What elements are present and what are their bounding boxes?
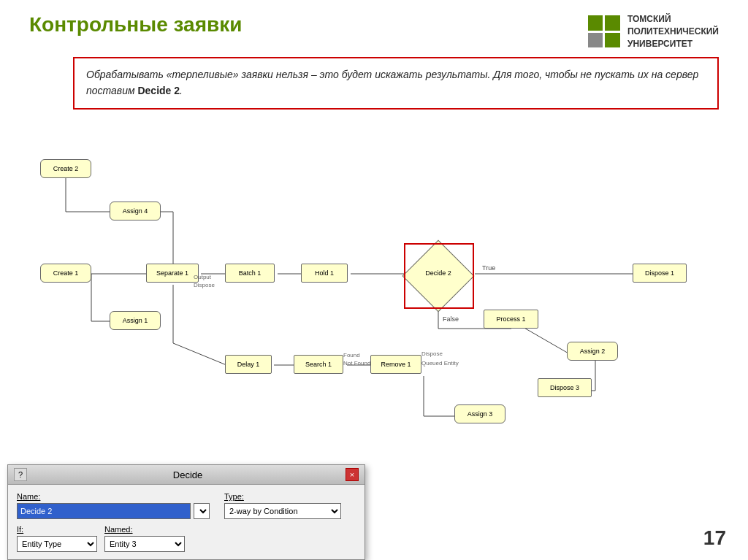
node-process1: Process 1 bbox=[484, 310, 538, 329]
node-hold1: Hold 1 bbox=[301, 264, 348, 283]
node-create1: Create 1 bbox=[40, 264, 91, 283]
notice-bold: Decide 2 bbox=[137, 85, 180, 96]
node-search1: Search 1 bbox=[294, 355, 343, 374]
dialog-title: Decide bbox=[30, 469, 346, 480]
dialog-help-button[interactable]: ? bbox=[14, 468, 27, 481]
svg-line-17 bbox=[173, 343, 226, 365]
svg-text:True: True bbox=[482, 264, 495, 272]
diagram-area: True False Create 2 Assign 4 Create 1 bbox=[0, 117, 748, 431]
node-assign1: Assign 1 bbox=[110, 311, 161, 330]
dialog-field-name: Name: bbox=[17, 492, 210, 519]
node-create2: Create 2 bbox=[40, 159, 91, 178]
page-title: Контрольные заявки bbox=[29, 13, 242, 37]
logo-area: ТОМСКИЙ ПОЛИТЕХНИЧЕСКИЙ УНИВЕРСИТЕТ bbox=[588, 13, 719, 50]
name-label: Name: bbox=[17, 492, 210, 501]
dialog-row-if-named: If: Entity Type Named: Entity 3 bbox=[17, 525, 356, 552]
node-assign3: Assign 3 bbox=[454, 404, 505, 423]
dialog-row-name-type: Name: Type: 2-way by Condition bbox=[17, 492, 356, 519]
named-label: Named: bbox=[104, 525, 185, 534]
name-dropdown[interactable] bbox=[194, 503, 210, 519]
logo-text: ТОМСКИЙ ПОЛИТЕХНИЧЕСКИЙ УНИВЕРСИТЕТ bbox=[627, 13, 719, 50]
logo-icon bbox=[588, 15, 620, 47]
dialog-titlebar: ? Decide × bbox=[8, 465, 365, 485]
node-assign4: Assign 4 bbox=[110, 202, 161, 220]
node-batch1: Batch 1 bbox=[225, 264, 275, 283]
if-label: If: bbox=[17, 525, 97, 534]
node-decide2-label: Decide 2 bbox=[408, 269, 468, 277]
type-select[interactable]: 2-way by Condition bbox=[224, 503, 341, 519]
node-delay1: Delay 1 bbox=[225, 355, 272, 374]
logo-sq-2 bbox=[605, 15, 620, 31]
notice-box: Обрабатывать «терпеливые» заявки нельзя … bbox=[73, 57, 719, 109]
remove-entity-label: Queued Entity bbox=[421, 360, 459, 367]
node-dispose3: Dispose 3 bbox=[538, 378, 592, 397]
decide-dialog: ? Decide × Name: Type: 2-way by Conditio… bbox=[7, 464, 365, 560]
logo-sq-1 bbox=[588, 15, 603, 31]
notice-text-after: . bbox=[180, 85, 183, 96]
separate-output-label: Output bbox=[194, 274, 211, 280]
svg-text:False: False bbox=[443, 315, 459, 323]
header: Контрольные заявки ТОМСКИЙ ПОЛИТЕХНИЧЕСК… bbox=[0, 0, 748, 57]
named-select[interactable]: Entity 3 bbox=[104, 536, 185, 552]
name-input[interactable] bbox=[17, 503, 191, 519]
node-separate1: Separate 1 bbox=[146, 264, 199, 283]
dialog-field-type: Type: 2-way by Condition bbox=[224, 492, 356, 519]
remove-output-label: Dispose bbox=[421, 350, 443, 357]
found-label: Found bbox=[343, 352, 360, 358]
node-dispose1: Dispose 1 bbox=[633, 264, 687, 283]
node-assign2: Assign 2 bbox=[567, 342, 618, 361]
dialog-field-if: If: Entity Type bbox=[17, 525, 97, 552]
logo-sq-3 bbox=[588, 33, 603, 48]
dialog-field-named: Named: Entity 3 bbox=[104, 525, 185, 552]
logo-sq-4 bbox=[605, 33, 620, 48]
dialog-close-button[interactable]: × bbox=[346, 468, 359, 481]
type-label: Type: bbox=[224, 492, 356, 501]
page-number: 17 bbox=[703, 526, 726, 550]
not-found-label: Not Found bbox=[343, 360, 370, 367]
node-remove1: Remove 1 bbox=[370, 355, 421, 374]
separate-output2-label: Dispose bbox=[194, 282, 215, 288]
if-select[interactable]: Entity Type bbox=[17, 536, 97, 552]
dialog-body: Name: Type: 2-way by Condition If: Entit… bbox=[8, 485, 365, 559]
